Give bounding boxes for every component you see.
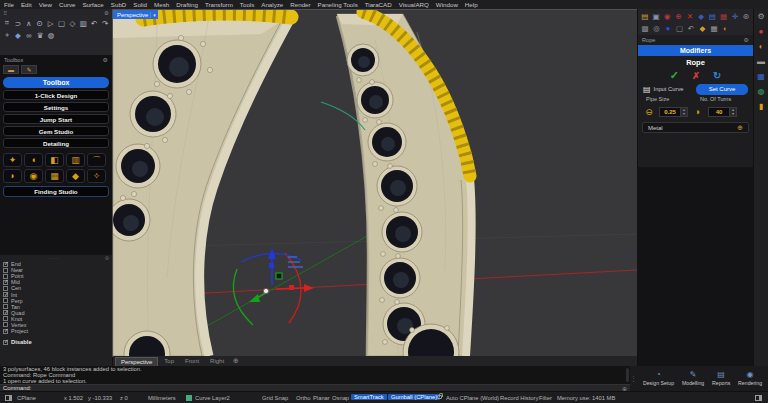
grid-icon[interactable]: ▦	[709, 23, 719, 33]
cancel-icon[interactable]: ✗	[692, 70, 700, 81]
checkbox[interactable]	[3, 310, 8, 315]
menu-solid[interactable]: Solid	[133, 1, 147, 8]
lock-icon[interactable]: ◆	[698, 23, 708, 33]
undo-icon[interactable]: ↶	[686, 23, 696, 33]
perspective-viewport[interactable]: Perspective ▾	[113, 10, 637, 356]
rendering-button[interactable]: ◉Rendering	[738, 371, 762, 386]
metal-section[interactable]: Metal ⊕	[642, 122, 749, 133]
channel-icon[interactable]: ◆	[66, 169, 85, 183]
hatch-tool-icon[interactable]: ▥	[78, 18, 88, 28]
undo-curve-icon[interactable]: ↶	[89, 18, 99, 28]
modifiers-header[interactable]: Modifiers	[638, 45, 753, 56]
gumball-toggle[interactable]: Gumball (CPlane)	[388, 394, 440, 400]
turns-value[interactable]: 40	[709, 108, 729, 116]
band-gallery-icon[interactable]: ▦	[45, 169, 64, 183]
help-tab-icon[interactable]: ▦	[757, 69, 765, 84]
coin-icon[interactable]: ◉	[24, 169, 43, 183]
checkbox[interactable]	[3, 268, 8, 273]
menu-tools[interactable]: Tools	[240, 1, 254, 8]
menu-drafting[interactable]: Drafting	[176, 1, 198, 8]
polygon-tool-icon[interactable]: ▷	[46, 18, 56, 28]
menu-render[interactable]: Render	[290, 1, 310, 8]
reports-button[interactable]: ▤Reports	[712, 371, 730, 386]
ring-wizard-icon[interactable]: ✦	[3, 153, 22, 167]
button-detailing[interactable]: Detailing	[3, 138, 109, 148]
rotate-icon[interactable]: ⊛	[741, 11, 751, 21]
layer-color-swatch[interactable]	[186, 395, 192, 401]
turns-stepper[interactable]: 40 ▴▾	[708, 107, 737, 117]
point-tool-icon[interactable]: ＋	[2, 30, 12, 40]
viewport-3d-scene[interactable]	[113, 10, 637, 356]
osnap-disable[interactable]: Disable	[0, 339, 112, 345]
gem-pave-icon[interactable]: ◧	[45, 153, 64, 167]
menu-file[interactable]: File	[4, 1, 14, 8]
arc-tool-icon[interactable]: ⊃	[13, 18, 23, 28]
button-1-click-design[interactable]: 1-Click Design	[3, 90, 109, 100]
eternity-band-icon[interactable]: ▥	[66, 153, 85, 167]
viewport-title-tab[interactable]: Perspective ▾	[113, 10, 158, 19]
set-curve-button[interactable]: Set Curve	[696, 84, 748, 95]
smarttrack-toggle[interactable]: SmartTrack	[351, 394, 387, 400]
eye-icon[interactable]: ◎	[652, 23, 662, 33]
cplane-button[interactable]: CPlane	[17, 395, 36, 401]
osnap-project[interactable]: Project	[0, 328, 112, 334]
panel-toggle-icon[interactable]	[755, 395, 762, 401]
record-history-toggle[interactable]: Record History	[500, 395, 538, 401]
toolbox-tab-drawer-icon[interactable]: ▬	[3, 65, 19, 74]
checkbox[interactable]	[3, 280, 8, 285]
planar-toggle[interactable]: Planar	[313, 395, 330, 401]
crown-tool-icon[interactable]: ♛	[35, 30, 45, 40]
checkbox[interactable]	[3, 316, 8, 321]
matrixgold-tab-icon[interactable]: ▮	[759, 99, 763, 114]
command-prompt[interactable]: Command: ⊕	[0, 384, 630, 391]
signet-icon[interactable]: ◗	[3, 169, 22, 183]
menu-help[interactable]: Help	[465, 1, 478, 8]
grid-snap-toggle[interactable]: Grid Snap	[262, 395, 288, 401]
menu-edit[interactable]: Edit	[21, 1, 32, 8]
folder-blue-icon[interactable]: ▤	[708, 11, 718, 21]
bounding-box-icon[interactable]: ▢	[675, 23, 685, 33]
menu-curve[interactable]: Curve	[59, 1, 76, 8]
menu-mesh[interactable]: Mesh	[154, 1, 169, 8]
color-wheel-icon[interactable]: ◐	[721, 23, 731, 33]
toolbox-gear-icon[interactable]: ⚙	[103, 56, 108, 63]
menu-window[interactable]: Window	[436, 1, 458, 8]
menu-tiaracad[interactable]: TiaraCAD	[365, 1, 392, 8]
panel-gear-icon[interactable]: ⚙	[744, 36, 749, 43]
tab-front[interactable]: Front	[180, 357, 204, 366]
button-gem-studio[interactable]: Gem Studio	[3, 126, 109, 136]
halo-tool-icon[interactable]: ◍	[46, 30, 56, 40]
menu-visualarq[interactable]: VisualARQ	[399, 1, 429, 8]
hide-object-icon[interactable]: ◉	[663, 11, 673, 21]
panel-splitter[interactable]: ⋮	[630, 366, 637, 391]
osnap-toggle[interactable]: Osnap	[332, 395, 349, 401]
curve-tool-icon[interactable]: ▢	[57, 18, 67, 28]
auto-cplane-label[interactable]: Auto CPlane (World)	[446, 395, 499, 401]
menu-view[interactable]: View	[39, 1, 52, 8]
design-setup-button[interactable]: ◔Design Setup	[643, 371, 674, 386]
command-scrollbar[interactable]	[626, 368, 629, 382]
delete-icon[interactable]: ✕	[685, 11, 695, 21]
pipe-size-value[interactable]: 0.25	[660, 108, 680, 116]
gem-tool-icon[interactable]: ◆	[13, 30, 23, 40]
layers-tab-icon[interactable]: ◐	[759, 39, 764, 54]
rectangle-tool-icon[interactable]: ⌗	[2, 18, 12, 28]
display-tab-icon[interactable]: ▬	[757, 54, 765, 69]
pipe-size-stepper[interactable]: 0.25 ▴▾	[659, 107, 688, 117]
expand-metal-icon[interactable]: ⊕	[737, 124, 743, 132]
toolbox-tab-pen-icon[interactable]: ✎	[21, 65, 37, 74]
polyline-tool-icon[interactable]: ∧	[24, 18, 34, 28]
osnap-gear-icon[interactable]: ⚙	[105, 255, 109, 261]
modelling-button[interactable]: ✎Modelling	[682, 371, 704, 386]
open-file-icon[interactable]: ▤	[640, 11, 650, 21]
pattern-icon[interactable]: ▩	[640, 23, 650, 33]
window-layout-icon[interactable]	[5, 395, 12, 401]
current-layer-button[interactable]: Curve Layer2	[195, 395, 230, 401]
ellipse-tool-icon[interactable]: ◇	[67, 18, 77, 28]
button-jump-start[interactable]: Jump Start	[3, 114, 109, 124]
double-ring-icon[interactable]: ∞	[24, 30, 34, 40]
circle-tool-icon[interactable]: ⊙	[35, 18, 45, 28]
gem-loader-icon[interactable]: ◆	[696, 11, 706, 21]
menu-analyze[interactable]: Analyze	[261, 1, 283, 8]
shank-icon[interactable]: ◖	[24, 153, 43, 167]
